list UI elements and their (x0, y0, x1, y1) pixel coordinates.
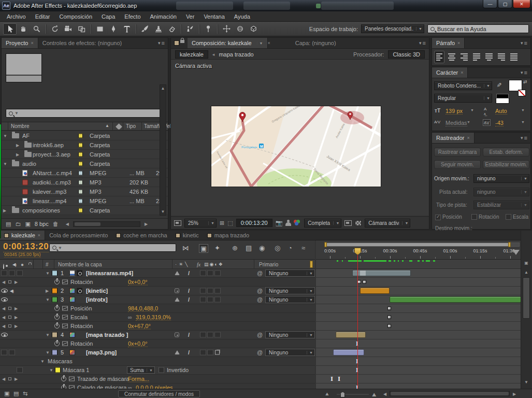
panel-menu-icon[interactable]: ▾≡ (155, 38, 168, 48)
project-item-audiokicmp3[interactable]: audioki...c.mp3MP3202 KB (2, 178, 168, 187)
parent-dropdown[interactable]: Ninguno▼ (265, 331, 315, 338)
scroll-down-icon[interactable]: ▼ (522, 380, 530, 385)
eye-icon[interactable] (1, 289, 8, 293)
eye-icon[interactable] (1, 297, 8, 302)
renderer-button[interactable]: Classic 3D (388, 50, 425, 59)
label-chip[interactable] (52, 332, 57, 338)
track-type-dropdown[interactable]: Estabilizar▼ (473, 201, 529, 209)
graph-icon[interactable] (62, 306, 68, 311)
close-icon[interactable]: × (467, 135, 469, 140)
warp-stabilizer-button[interactable]: Estab. deform. (483, 148, 529, 157)
justify-last-center-button[interactable] (484, 51, 494, 63)
new-composition-icon[interactable]: ▣ (25, 221, 30, 228)
timeline-zoom-slider[interactable] (337, 394, 369, 395)
prop-row-Posicin[interactable]: ◀▶Posición984,0,488,0 (0, 304, 315, 313)
channel-icon[interactable] (294, 220, 301, 226)
switch-cell[interactable] (214, 271, 221, 276)
switch-cell[interactable] (200, 297, 206, 303)
graph-row-Escala[interactable] (316, 313, 521, 322)
pen-tool[interactable] (107, 23, 120, 35)
timeline-tab-Cola-de-procesamiento[interactable]: Cola de procesamiento (45, 231, 112, 240)
layer-duration-bar[interactable] (336, 332, 366, 338)
shy-switch-icon[interactable] (175, 333, 179, 337)
quality-switch-icon[interactable]: / (188, 296, 190, 303)
mask-row-Mscara1[interactable]: ▼Máscara 1Sumar▼Invertido (0, 366, 315, 375)
viewer-canvas[interactable]: Cámara activa (171, 60, 429, 216)
hand-tool[interactable] (17, 23, 30, 35)
property-value[interactable]: 0x+67,0° (128, 323, 151, 330)
graph-icon[interactable] (62, 342, 68, 346)
prop-row-Trazadodemscara[interactable]: ◀▶Trazado de máscaraForma... (0, 375, 315, 383)
scroll-left-icon[interactable]: ◀ (383, 392, 386, 396)
stopwatch-icon[interactable] (54, 323, 60, 329)
project-scrollbar[interactable]: ▲ ▼ (160, 84, 166, 216)
property-value[interactable]: 984,0,488,0 (128, 305, 158, 312)
stabilize-motion-button[interactable]: Estabilizar movim. (483, 160, 529, 169)
project-item-ANtarctcmp4[interactable]: ANtarct...c.mp4MPEG... MB29 (2, 168, 168, 178)
draft-3d-icon[interactable]: ✦ (214, 244, 220, 252)
prev-keyframe-icon[interactable]: ◀ (2, 315, 5, 320)
graph-row-Rotacin[interactable] (316, 278, 521, 287)
panel-menu-icon[interactable]: ▾≡ (517, 67, 530, 78)
toggle-cell[interactable] (9, 271, 15, 276)
switch-cell[interactable] (200, 271, 206, 276)
graph-icon[interactable] (62, 315, 68, 320)
mask-keyframe-icon[interactable]: I (330, 376, 333, 381)
justify-last-left-button[interactable] (471, 51, 482, 63)
layer-duration-bar[interactable] (390, 296, 521, 303)
menu-editar[interactable]: Editar (31, 13, 55, 20)
time-ruler[interactable]: 0:00s00:15s00:30s00:45s01:00s01:15s01:30… (316, 240, 521, 260)
label-chip[interactable] (52, 271, 57, 276)
menu-capa[interactable]: Capa (97, 13, 120, 20)
scroll-up-icon[interactable]: ▲ (522, 270, 530, 275)
graph-icon[interactable] (69, 377, 75, 381)
resolution-dropdown[interactable]: Completa▼ (304, 219, 341, 228)
project-search-input[interactable]: ▼ (6, 109, 165, 118)
kerning-value[interactable]: Medidas (445, 120, 467, 126)
bit-depth[interactable]: 8 bpc (35, 221, 49, 227)
add-keyframe-icon[interactable] (8, 316, 11, 319)
timeline-vscrollbar[interactable]: ▣ ▲ ▼ (521, 231, 531, 389)
graph-row-lineasrarasmp4[interactable] (316, 269, 521, 278)
property-value[interactable]: Forma... (128, 376, 149, 382)
switch-cell[interactable] (207, 288, 213, 294)
graph-icon[interactable] (62, 280, 68, 285)
rotobrush-tool[interactable] (183, 23, 197, 35)
scroll-right-icon[interactable]: ▶ (513, 392, 516, 396)
project-hscrollbar[interactable] (73, 221, 140, 227)
timeline-tab-coche-en-marcha[interactable]: coche en marcha (112, 231, 171, 240)
comp-marker-bin-icon[interactable] (512, 250, 520, 259)
add-keyframe-icon[interactable] (8, 324, 11, 328)
audio-icon[interactable]: ◀) (10, 289, 13, 293)
fast-previews-icon[interactable] (344, 220, 352, 226)
font-size-value[interactable]: 139 px (445, 108, 463, 115)
expander-icon[interactable]: ▼ (46, 333, 50, 337)
parent-pickwhip-icon[interactable]: @ (257, 296, 263, 303)
menu-ayuda[interactable]: Ayuda (229, 13, 255, 20)
graph-editor-icon[interactable]: ≈ (301, 244, 305, 252)
close-icon[interactable]: × (38, 233, 40, 238)
work-area-start-handle[interactable] (324, 242, 327, 247)
menu-ventana[interactable]: Ventana (199, 13, 229, 20)
layer-row-map3png[interactable]: ▼5[map3.png]/@Ninguno▼ (0, 348, 315, 357)
project-item-audio[interactable]: ▼audioCarpeta (2, 159, 168, 168)
switch-cell[interactable] (207, 271, 213, 276)
align-left-button[interactable] (434, 51, 444, 63)
shy-switch-icon[interactable] (175, 289, 179, 293)
lock-icon[interactable] (180, 40, 184, 43)
view-layout-icon[interactable] (174, 220, 181, 226)
add-keyframe-icon[interactable] (8, 307, 11, 310)
tab-layer[interactable]: Capa: (ninguno) (291, 38, 340, 48)
switch-cell[interactable] (214, 332, 221, 338)
project-item-AF[interactable]: ▼AFCarpeta⑃ (2, 131, 168, 140)
tracking-value[interactable]: -43 (495, 120, 504, 126)
next-keyframe-icon[interactable]: ▶ (15, 377, 18, 381)
project-item-lineasrmp4[interactable]: lineasr....mp4MPEG... MB23 (2, 196, 168, 206)
project-item-proyect3aep[interactable]: ▶proyect...3.aepCarpeta (2, 150, 168, 159)
mini-flowchart-icon[interactable]: ⋈ (182, 244, 189, 252)
graph-icon[interactable] (62, 324, 68, 329)
collapse-switch-icon[interactable] (175, 350, 180, 354)
delete-icon[interactable]: 🗑 (53, 221, 59, 227)
panel-menu-icon[interactable]: ▾≡ (416, 38, 429, 48)
prev-keyframe-icon[interactable]: ◀ (2, 377, 5, 381)
